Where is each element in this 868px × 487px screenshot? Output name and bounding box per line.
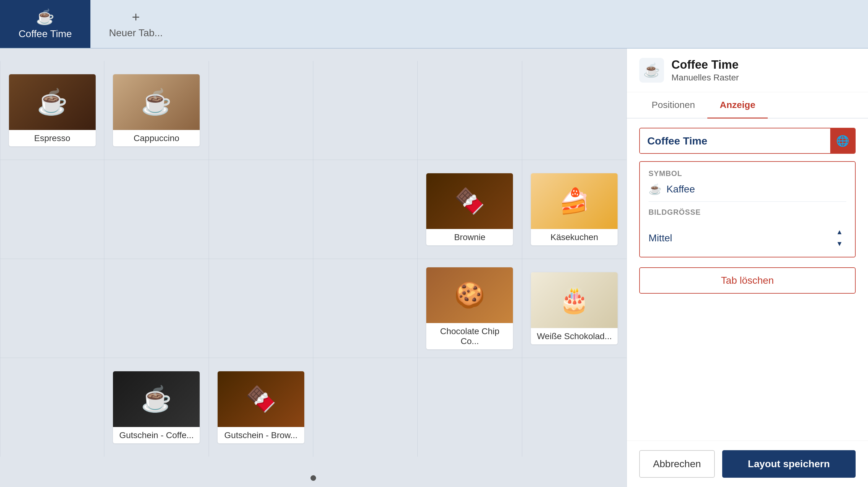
grid-cell-empty[interactable] [0, 160, 104, 259]
grid-cell-empty[interactable] [209, 259, 313, 358]
save-layout-button[interactable]: Layout speichern [722, 450, 856, 478]
size-value: Mittel [649, 232, 672, 244]
grid-cell-empty[interactable] [313, 259, 417, 358]
coffee-cup-icon: ☕ [643, 62, 660, 78]
symbol-value[interactable]: ☕ Kaffee [649, 183, 846, 195]
grid-cell[interactable]: Käsekuchen [522, 160, 626, 259]
gutschein-brow-label: Gutschein - Brow... [218, 427, 304, 443]
grid-cell-empty[interactable] [104, 160, 209, 259]
kasekuchen-image [531, 173, 618, 229]
product-card-gutschein-coffee[interactable]: Gutschein - Coffe... [113, 371, 200, 443]
grid-cell[interactable]: Brownie [417, 160, 522, 259]
grid-cell[interactable]: Cappuccino [104, 61, 209, 160]
gutschein-coffee-label: Gutschein - Coffe... [113, 427, 200, 443]
active-dot [310, 475, 316, 481]
size-decrease-button[interactable]: ▼ [833, 238, 846, 249]
grid-cell-empty[interactable] [522, 61, 626, 160]
new-tab-label: Neuer Tab... [109, 27, 163, 39]
grid-cell-empty[interactable] [0, 358, 104, 457]
topbar: ☕ Coffee Time + Neuer Tab... [0, 0, 868, 48]
brownie-label: Brownie [426, 229, 513, 246]
gutschein-brow-image [218, 371, 304, 427]
new-tab-button[interactable]: + Neuer Tab... [90, 0, 181, 48]
product-card-brownie[interactable]: Brownie [426, 173, 513, 246]
grid-cell-empty[interactable] [0, 259, 104, 358]
grid-cell[interactable]: Weiße Schokolad... [522, 259, 626, 358]
grid-cell[interactable]: Espresso [0, 61, 104, 160]
page-indicator [0, 469, 626, 487]
grid-cell-empty[interactable] [313, 61, 417, 160]
cookie-image [426, 267, 513, 323]
size-arrows: ▲ ▼ [833, 226, 846, 249]
espresso-label: Espresso [9, 130, 96, 147]
weisse-label: Weiße Schokolad... [531, 328, 618, 344]
grid-cell[interactable]: Chocolate Chip Co... [417, 259, 522, 358]
settings-sidebar: ☕ Coffee Time Manuelles Raster Positione… [626, 48, 868, 487]
grid-cell-empty[interactable] [417, 358, 522, 457]
grid-cell-empty[interactable] [417, 61, 522, 160]
symbol-size-section: SYMBOL ☕ Kaffee BILDGRÖSSE Mittel ▲ ▼ [639, 161, 856, 257]
product-card-cookie[interactable]: Chocolate Chip Co... [426, 267, 513, 349]
plus-icon: + [132, 9, 140, 25]
sidebar-app-info: Coffee Time Manuelles Raster [672, 58, 739, 83]
coffee-icon: ☕ [36, 8, 55, 26]
sidebar-app-icon: ☕ [639, 58, 664, 83]
sidebar-app-title: Coffee Time [672, 58, 739, 71]
brownie-image [426, 173, 513, 229]
symbol-text: Kaffee [666, 184, 695, 195]
cappuccino-image [113, 74, 200, 130]
grid-cell-empty[interactable] [104, 259, 209, 358]
grid-row: Chocolate Chip Co... Weiße Schokolad... [0, 259, 626, 358]
symbol-label: SYMBOL [649, 169, 846, 178]
grid-cell[interactable]: Gutschein - Coffe... [104, 358, 209, 457]
grid-cell-empty[interactable] [313, 160, 417, 259]
size-increase-button[interactable]: ▲ [833, 226, 846, 238]
sidebar-footer: Abbrechen Layout speichern [627, 441, 868, 487]
symbol-icon: ☕ [649, 183, 661, 195]
product-grid: Espresso Cappuccino [0, 48, 626, 469]
tab-positionen[interactable]: Positionen [639, 92, 707, 119]
product-card-gutschein-brow[interactable]: Gutschein - Brow... [218, 371, 304, 443]
grid-cell[interactable]: Gutschein - Brow... [209, 358, 313, 457]
size-label: BILDGRÖSSE [649, 208, 846, 217]
grid-cell-empty[interactable] [209, 61, 313, 160]
delete-tab-button[interactable]: Tab löschen [639, 267, 856, 294]
grid-row: Espresso Cappuccino [0, 61, 626, 160]
kasekuchen-label: Käsekuchen [531, 229, 618, 246]
cancel-button[interactable]: Abbrechen [639, 450, 715, 478]
cookie-label: Chocolate Chip Co... [426, 323, 513, 349]
grid-cell-empty[interactable] [209, 160, 313, 259]
gutschein-coffee-image [113, 371, 200, 427]
grid-row: Gutschein - Coffe... Gutschein - Brow... [0, 358, 626, 457]
cappuccino-label: Cappuccino [113, 130, 200, 147]
active-tab[interactable]: ☕ Coffee Time [0, 0, 90, 48]
sidebar-tabs: Positionen Anzeige [627, 92, 868, 119]
sidebar-app-subtitle: Manuelles Raster [672, 73, 739, 83]
tab-anzeige[interactable]: Anzeige [707, 92, 768, 119]
sidebar-content: 🌐 SYMBOL ☕ Kaffee BILDGRÖSSE [627, 119, 868, 441]
sidebar-header: ☕ Coffee Time Manuelles Raster [627, 48, 868, 92]
divider [649, 201, 846, 202]
grid-cell-empty[interactable] [522, 358, 626, 457]
weisse-image [531, 272, 618, 328]
size-control: Mittel ▲ ▼ [649, 222, 846, 249]
grid-row: Brownie Käsekuchen [0, 160, 626, 259]
grid-cell-empty[interactable] [313, 358, 417, 457]
active-tab-label: Coffee Time [19, 28, 72, 40]
name-input[interactable] [640, 129, 830, 153]
name-field-container[interactable]: 🌐 [639, 128, 856, 154]
globe-icon: 🌐 [836, 135, 849, 147]
product-card-espresso[interactable]: Espresso [9, 74, 96, 147]
grid-container: Espresso Cappuccino [0, 48, 626, 487]
product-card-kasekuchen[interactable]: Käsekuchen [531, 173, 618, 246]
globe-button[interactable]: 🌐 [830, 128, 855, 153]
main-area: Espresso Cappuccino [0, 48, 868, 487]
espresso-image [9, 74, 96, 130]
product-card-weisse[interactable]: Weiße Schokolad... [531, 272, 618, 344]
product-card-cappuccino[interactable]: Cappuccino [113, 74, 200, 147]
